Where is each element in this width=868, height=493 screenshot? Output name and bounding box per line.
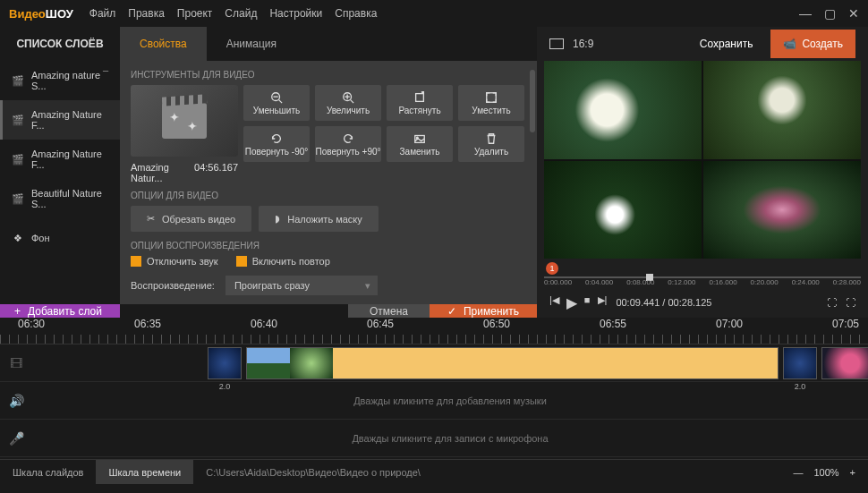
mic-track-icon: 🎤: [0, 420, 32, 457]
tab-time-scale[interactable]: Шкала времени: [96, 460, 193, 484]
loop-checkbox[interactable]: Включить повтор: [236, 256, 330, 267]
layer-item[interactable]: 🎬Beautiful Nature S...: [0, 179, 120, 218]
stretch-button[interactable]: Растянуть: [387, 85, 453, 121]
create-button[interactable]: 📹Создать: [770, 30, 855, 58]
tab-properties[interactable]: Свойства: [120, 27, 207, 61]
crop-video-button[interactable]: ✂Обрезать видео: [131, 206, 251, 232]
properties-panel: ИНСТРУМЕНТЫ ДЛЯ ВИДЕО ✦✦ Amazing Natur..…: [120, 61, 537, 304]
delete-button[interactable]: Удалить: [458, 126, 524, 162]
zoom-in-icon[interactable]: +: [850, 467, 855, 478]
scrollbar[interactable]: [530, 70, 535, 132]
preview-ruler[interactable]: 1 0:00.0000:04.0000:08.0000:12.0000:16.0…: [544, 262, 861, 287]
transition-clip[interactable]: 2.0: [783, 347, 817, 379]
svg-rect-7: [416, 93, 424, 101]
clapper-icon: 🎬: [12, 75, 24, 86]
menu-edit[interactable]: Правка: [128, 7, 165, 20]
apply-button[interactable]: ✓Применить: [430, 304, 537, 318]
menu-help[interactable]: Справка: [335, 7, 377, 20]
video-clip[interactable]: [246, 347, 779, 379]
layer-item[interactable]: 🎬Amazing Nature F...: [0, 100, 120, 140]
playback-label: Воспроизведение:: [131, 280, 215, 291]
svg-line-1: [279, 99, 283, 103]
layers-list: 🎬Amazing nature ¯ S... 🎬Amazing Nature F…: [0, 61, 120, 304]
cancel-button[interactable]: Отмена: [348, 304, 430, 318]
aspect-ratio: 16:9: [573, 38, 593, 50]
maximize-icon[interactable]: ▢: [824, 6, 836, 21]
menubar: ВидеоШОУ Файл Правка Проект Слайд Настро…: [0, 0, 868, 27]
playhead-marker[interactable]: 1: [546, 262, 558, 275]
save-button[interactable]: Сохранить: [687, 30, 766, 57]
clapper-icon: 🎬: [12, 115, 24, 125]
tools-section-label: ИНСТРУМЕНТЫ ДЛЯ ВИДЕО: [131, 70, 526, 80]
svg-rect-8: [487, 92, 497, 102]
close-icon[interactable]: ✕: [848, 6, 859, 21]
playback-section-label: ОПЦИИ ВОСПРОИЗВЕДЕНИЯ: [131, 241, 526, 251]
check-icon: ✓: [447, 305, 456, 318]
time-display: 00:09.441 / 00:28.125: [616, 297, 711, 308]
layer-item[interactable]: 🎬Amazing Nature F...: [0, 140, 120, 179]
zoom-in-button[interactable]: Увеличить: [315, 85, 381, 121]
mute-checkbox[interactable]: Отключить звук: [131, 256, 218, 267]
zoom-out-icon[interactable]: —: [793, 467, 803, 478]
snapshot-icon[interactable]: ⛶: [827, 297, 837, 308]
video-track[interactable]: 2.0 2.0: [32, 344, 868, 382]
clapper-icon: 🎬: [12, 154, 24, 165]
apply-mask-button[interactable]: ◗Наложить маску: [259, 206, 379, 232]
aspect-icon: [549, 38, 564, 49]
add-layer-button[interactable]: +Добавить слой: [0, 304, 120, 318]
menu-file[interactable]: Файл: [89, 7, 116, 20]
timeline-ruler[interactable]: 06:30 06:35 06:40 06:45 06:50 06:55 07:0…: [0, 318, 868, 344]
menu-slide[interactable]: Слайд: [225, 7, 257, 20]
options-section-label: ОПЦИИ ДЛЯ ВИДЕО: [131, 191, 526, 200]
clapper-icon: 🎬: [12, 193, 24, 204]
tab-slides-scale[interactable]: Шкала слайдов: [0, 460, 96, 484]
zoom-out-button[interactable]: Уменьшить: [243, 85, 310, 121]
app-logo: ВидеоШОУ: [9, 7, 73, 21]
video-clip[interactable]: [821, 347, 868, 379]
layers-title: СПИСОК СЛОЁВ: [0, 38, 120, 50]
playback-select[interactable]: Проиграть сразу: [226, 276, 378, 295]
rotate-ccw-button[interactable]: Повернуть -90°: [243, 126, 310, 162]
play-button[interactable]: ▶: [566, 294, 577, 311]
minimize-icon[interactable]: —: [799, 6, 812, 21]
svg-line-4: [351, 99, 354, 103]
zoom-level: 100%: [813, 467, 838, 478]
video-track-icon: 🎞: [0, 344, 32, 382]
clip-duration: 04:56.167: [194, 162, 238, 183]
camera-icon: 📹: [783, 38, 796, 50]
statusbar: Шкала слайдов Шкала времени C:\Users\Aid…: [0, 459, 868, 484]
layer-item[interactable]: ❖Фон: [0, 218, 120, 258]
mic-track[interactable]: Дважды кликните для записи с микрофона: [32, 420, 868, 457]
fullscreen-icon[interactable]: ⛶: [846, 297, 855, 308]
replace-button[interactable]: Заменить: [387, 126, 453, 162]
audio-track-icon: 🔊: [0, 382, 32, 420]
project-path: C:\Users\Aida\Desktop\Видео\Видео о прир…: [193, 467, 433, 478]
timeline: 06:30 06:35 06:40 06:45 06:50 06:55 07:0…: [0, 318, 868, 459]
prev-button[interactable]: |◀: [549, 294, 559, 311]
tab-animation[interactable]: Анимация: [207, 27, 296, 61]
plus-icon: +: [14, 305, 21, 318]
layers-icon: ❖: [12, 233, 24, 243]
music-track[interactable]: Дважды кликните для добавления музыки: [32, 382, 868, 420]
mask-icon: ◗: [275, 213, 280, 225]
rotate-cw-button[interactable]: Повернуть +90°: [315, 126, 381, 162]
clip-thumbnail[interactable]: ✦✦: [131, 85, 238, 157]
menu-settings[interactable]: Настройки: [269, 7, 322, 20]
preview-viewport[interactable]: [544, 61, 861, 259]
next-button[interactable]: ▶|: [598, 294, 608, 311]
fit-button[interactable]: Уместить: [458, 85, 524, 121]
transition-clip[interactable]: 2.0: [208, 347, 242, 379]
stop-button[interactable]: ■: [584, 294, 591, 311]
menu-project[interactable]: Проект: [177, 7, 213, 20]
scissors-icon: ✂: [147, 213, 155, 225]
clip-name: Amazing Natur...: [131, 162, 194, 183]
layer-item[interactable]: 🎬Amazing nature ¯ S...: [0, 61, 120, 100]
